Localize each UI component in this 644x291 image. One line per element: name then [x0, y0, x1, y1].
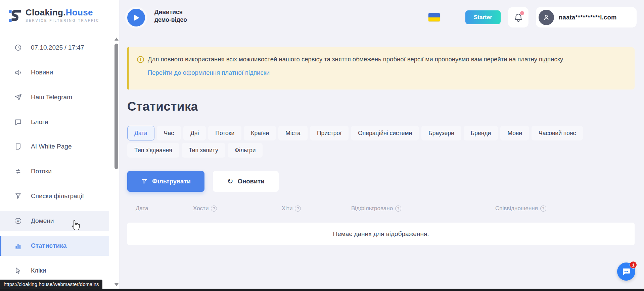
column-header-hosts: Хости [193, 205, 217, 212]
notifications-button[interactable] [508, 7, 528, 27]
sidebar-item-label: Кліки [31, 267, 46, 274]
brand-logo[interactable]: Cloaking.House SERVICE FILTERING TRAFFIC [9, 8, 99, 23]
tab-days[interactable]: Дні [183, 126, 206, 140]
column-header-ratio: Співвідношення [495, 205, 546, 212]
bar-chart-icon [14, 242, 22, 250]
tab-brands[interactable]: Бренди [464, 126, 498, 140]
domain-globe-icon: w [14, 217, 22, 225]
ukraine-flag-language-switcher[interactable] [428, 13, 440, 21]
column-header-date: Дата [136, 205, 148, 212]
chat-widget-button[interactable]: 1 [617, 263, 635, 281]
sidebar-item-blogs[interactable]: Блоги [0, 112, 109, 132]
sidebar: Cloaking.House SERVICE FILTERING TRAFFIC… [0, 0, 119, 291]
tab-devices[interactable]: Пристрої [310, 126, 349, 140]
tab-date[interactable]: Дата [127, 126, 154, 140]
page-title: Статистика [127, 100, 198, 114]
sidebar-scroll-up-arrow[interactable] [114, 38, 119, 41]
refresh-icon: ↻ [227, 178, 233, 185]
chat-bubble-icon [14, 118, 22, 126]
sidebar-item-label: Новини [31, 69, 53, 76]
app-root: { "brand": { "name_primary": "Cloaking."… [0, 0, 644, 291]
notification-unread-dot [520, 11, 524, 15]
filter-button[interactable]: Фільтрувати [127, 171, 204, 192]
stats-table-header: Дата Хости Хіти Відфільтровано Співвідно… [127, 205, 635, 217]
sidebar-item-domains[interactable]: w Домени [0, 211, 109, 231]
empty-state-row: Немає даних для відображення. [127, 223, 635, 245]
play-icon [134, 15, 139, 21]
tab-time[interactable]: Час [157, 126, 181, 140]
funnel-icon [14, 192, 22, 200]
sidebar-item-label: Потоки [31, 168, 52, 175]
actions-row: Фільтрувати ↻ Оновити [127, 171, 279, 192]
tab-cities[interactable]: Міста [278, 126, 308, 140]
window-bottom-edge [0, 289, 644, 291]
column-header-filtered: Відфільтровано [351, 205, 401, 212]
paper-plane-icon [14, 93, 22, 101]
funnel-icon [141, 178, 148, 185]
refresh-button[interactable]: ↻ Оновити [213, 171, 279, 192]
person-icon [542, 13, 551, 22]
warning-icon: ! [137, 56, 144, 63]
sidebar-item-label: 07.10.2025 / 17:47 [31, 44, 84, 51]
tab-request-type[interactable]: Тип запиту [182, 143, 225, 158]
tab-timezone[interactable]: Часовий пояс [532, 126, 583, 140]
tab-languages[interactable]: Мови [500, 126, 529, 140]
sidebar-item-ai-white-page[interactable]: AI White Page [0, 136, 109, 157]
sidebar-scroll-down-arrow[interactable] [114, 283, 119, 286]
brand-logo-icon [9, 8, 21, 23]
svg-text:w: w [17, 219, 19, 223]
help-icon[interactable] [540, 206, 546, 212]
link-preview-statusbar: https://cloaking.house/webmaster/domains [0, 280, 102, 289]
sidebar-item-news[interactable]: Новини [0, 62, 109, 82]
tab-browsers[interactable]: Браузери [421, 126, 461, 140]
chat-smile-icon [621, 267, 631, 277]
help-icon[interactable] [211, 206, 217, 212]
subscribe-link[interactable]: Перейти до оформлення платної підписки [148, 69, 270, 76]
arrows-cycle-icon [14, 167, 22, 175]
column-header-hits: Хіти [282, 205, 301, 212]
user-email: naata**********l.com [559, 14, 617, 21]
tab-countries[interactable]: Країни [244, 126, 276, 140]
sidebar-item-filter-lists[interactable]: Списки фільтрації [0, 186, 109, 206]
stat-filter-tabs-row2: Тип з'єднання Тип запиту Фільтри [127, 143, 624, 158]
tab-connection-type[interactable]: Тип з'єднання [127, 143, 179, 158]
empty-state-text: Немає даних для відображення. [333, 230, 429, 238]
sidebar-item-telegram[interactable]: Наш Telegram [0, 87, 109, 107]
trial-warning-banner: ! Для повного використання всіх можливос… [127, 47, 635, 90]
page-icon [14, 142, 22, 151]
sidebar-item-statistics[interactable]: Статистика [0, 236, 109, 256]
clock-icon [14, 44, 22, 52]
stat-filter-tabs-row1: Дата Час Дні Потоки Країни Міста Пристро… [127, 126, 624, 140]
sidebar-item-clicks[interactable]: Кліки [0, 260, 109, 281]
brand-name: Cloaking.House [26, 8, 99, 17]
sidebar-item-label: Наш Telegram [31, 94, 72, 101]
megaphone-icon [14, 68, 22, 76]
sidebar-item-label: Домени [31, 217, 54, 225]
sidebar-item-label: Списки фільтрації [31, 192, 84, 200]
demo-video-label[interactable]: Дивитися демо-відео [154, 8, 187, 24]
cursor-icon [14, 267, 22, 275]
tab-filters[interactable]: Фільтри [228, 143, 263, 158]
help-icon[interactable] [295, 206, 301, 212]
sidebar-item-datetime: 07.10.2025 / 17:47 [0, 38, 109, 58]
help-icon[interactable] [395, 206, 401, 212]
demo-video-play-button[interactable] [127, 9, 145, 26]
plan-starter-button[interactable]: Starter [465, 10, 501, 24]
sidebar-item-streams[interactable]: Потоки [0, 161, 109, 181]
sidebar-item-label: Статистика [31, 242, 66, 249]
sidebar-item-label: AI White Page [31, 143, 72, 150]
avatar [539, 10, 554, 25]
banner-text: Для повного використання всіх можливосте… [148, 55, 614, 63]
tab-streams[interactable]: Потоки [208, 126, 241, 140]
sidebar-item-label: Блоги [31, 118, 48, 126]
brand-tagline: SERVICE FILTERING TRAFFIC [26, 19, 99, 22]
user-account-button[interactable]: naata**********l.com [536, 7, 637, 27]
chat-unread-badge: 1 [630, 261, 637, 269]
sidebar-scrollbar-thumb[interactable] [114, 44, 118, 169]
tab-operating-systems[interactable]: Операційні системи [351, 126, 419, 140]
